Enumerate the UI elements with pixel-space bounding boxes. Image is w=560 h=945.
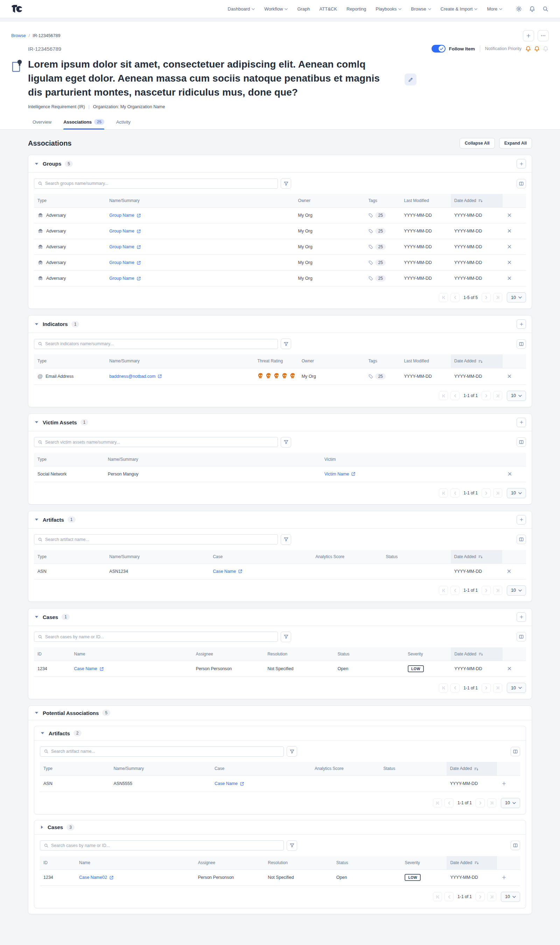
priority-bell-icon-medium[interactable] [534, 46, 540, 52]
column-settings-button[interactable] [511, 841, 520, 850]
page-size-select[interactable]: 10 [507, 488, 526, 498]
pagination-last-button[interactable] [493, 683, 502, 693]
add-victim-asset-association-button[interactable] [517, 418, 526, 427]
pagination-prev-button[interactable] [445, 892, 454, 901]
remove-association-button[interactable] [506, 568, 512, 574]
collapse-caret-icon[interactable] [34, 162, 39, 166]
pagination-next-button[interactable] [482, 586, 491, 595]
filter-button[interactable] [281, 339, 291, 349]
case-name-link[interactable]: Case Name02 [79, 875, 114, 880]
nav-item-graph[interactable]: Graph [297, 6, 310, 12]
collapse-caret-icon[interactable] [40, 731, 45, 735]
remove-association-button[interactable] [506, 243, 513, 250]
collapse-caret-icon[interactable] [34, 615, 39, 619]
collapse-caret-icon[interactable] [34, 711, 39, 715]
pagination-last-button[interactable] [487, 798, 496, 807]
remove-association-button[interactable] [506, 275, 513, 282]
collapse-caret-icon[interactable] [34, 322, 39, 326]
nav-item-playbooks[interactable]: Playbooks [375, 6, 402, 12]
pagination-first-button[interactable] [439, 683, 448, 693]
priority-bell-icon-high[interactable] [525, 46, 531, 52]
remove-association-button[interactable] [506, 373, 513, 380]
page-size-select[interactable]: 10 [501, 798, 520, 808]
column-settings-button[interactable] [517, 339, 526, 349]
pagination-prev-button[interactable] [451, 683, 460, 693]
pagination-prev-button[interactable] [445, 798, 454, 807]
filter-button[interactable] [281, 632, 291, 642]
expand-all-button[interactable]: Expand All [499, 138, 532, 148]
group-name-link[interactable]: Group Name [109, 260, 141, 265]
pagination-first-button[interactable] [439, 293, 448, 302]
page-size-select[interactable]: 10 [507, 585, 526, 596]
page-size-select[interactable]: 10 [507, 292, 526, 303]
column-settings-button[interactable] [517, 179, 526, 188]
pagination-prev-button[interactable] [451, 488, 460, 497]
breadcrumb-browse-link[interactable]: Browse [11, 33, 26, 38]
case-name-link[interactable]: Case Name [74, 666, 104, 671]
pagination-next-button[interactable] [482, 391, 491, 400]
nav-item-browse[interactable]: Browse [411, 6, 431, 12]
collapse-all-button[interactable]: Collapse All [460, 138, 495, 148]
group-name-link[interactable]: Group Name [109, 245, 141, 249]
pagination-first-button[interactable] [439, 586, 448, 595]
search-potential-artifacts-input[interactable] [51, 749, 280, 754]
nav-item-create-import[interactable]: Create & Import [441, 6, 478, 12]
add-case-association-button[interactable] [517, 613, 526, 622]
search-indicators-input[interactable] [45, 342, 274, 346]
gear-icon[interactable] [515, 6, 522, 12]
filter-button[interactable] [281, 534, 291, 545]
add-button[interactable] [523, 30, 534, 41]
pagination-first-button[interactable] [439, 391, 448, 400]
column-settings-button[interactable] [517, 437, 526, 447]
pagination-next-button[interactable] [482, 293, 491, 302]
filter-button[interactable] [287, 840, 297, 851]
pagination-last-button[interactable] [493, 586, 502, 595]
remove-association-button[interactable] [506, 665, 513, 672]
column-header-date-added[interactable]: Date Added [446, 856, 497, 870]
follow-toggle[interactable] [432, 45, 446, 52]
indicator-name-link[interactable]: baddness@notbad.com [109, 374, 162, 379]
case-name-link[interactable]: Case Name [213, 569, 243, 574]
remove-association-button[interactable] [506, 471, 513, 477]
collapse-caret-icon[interactable] [34, 420, 39, 424]
nav-item-reporting[interactable]: Reporting [346, 6, 366, 12]
pagination-next-button[interactable] [482, 683, 491, 693]
priority-bell-icon-off[interactable] [543, 46, 549, 52]
pagination-last-button[interactable] [493, 293, 502, 302]
more-options-button[interactable] [538, 30, 549, 41]
remove-association-button[interactable] [506, 228, 513, 234]
filter-button[interactable] [281, 178, 291, 189]
column-header-date-added[interactable]: Date Added [446, 762, 497, 776]
pagination-last-button[interactable] [493, 488, 502, 497]
search-victim-assets-input[interactable] [45, 440, 274, 445]
remove-association-button[interactable] [506, 212, 513, 219]
nav-item-dashboard[interactable]: Dashboard [228, 6, 255, 12]
search-groups-input[interactable] [45, 181, 274, 186]
group-name-link[interactable]: Group Name [109, 229, 141, 234]
pagination-last-button[interactable] [487, 892, 496, 901]
tab-activity[interactable]: Activity [116, 119, 131, 129]
bell-icon[interactable] [529, 6, 535, 12]
nav-item-more[interactable]: More [487, 6, 502, 12]
page-size-select[interactable]: 10 [507, 683, 526, 693]
collapse-caret-icon[interactable] [34, 517, 39, 522]
expand-caret-icon[interactable] [40, 825, 44, 830]
search-potential-cases-input[interactable] [51, 843, 280, 848]
nav-item-attack[interactable]: ATT&CK [320, 6, 337, 12]
victim-name-link[interactable]: Victim Name [325, 472, 356, 477]
pagination-prev-button[interactable] [451, 293, 460, 302]
edit-title-button[interactable] [405, 74, 417, 85]
column-header-date-added[interactable]: Date Added [451, 194, 503, 208]
add-group-association-button[interactable] [517, 159, 526, 168]
column-header-date-added[interactable]: Date Added [451, 550, 503, 564]
add-association-button[interactable] [500, 780, 508, 787]
column-header-date-added[interactable]: Date Added [451, 647, 502, 661]
search-artifacts-input[interactable] [45, 537, 274, 542]
add-artifact-association-button[interactable] [517, 515, 526, 525]
search-cases-input[interactable] [45, 634, 274, 639]
column-settings-button[interactable] [517, 535, 526, 544]
pagination-next-button[interactable] [482, 488, 491, 497]
column-header-date-added[interactable]: Date Added [451, 354, 503, 368]
pagination-prev-button[interactable] [451, 586, 460, 595]
remove-association-button[interactable] [506, 259, 513, 266]
